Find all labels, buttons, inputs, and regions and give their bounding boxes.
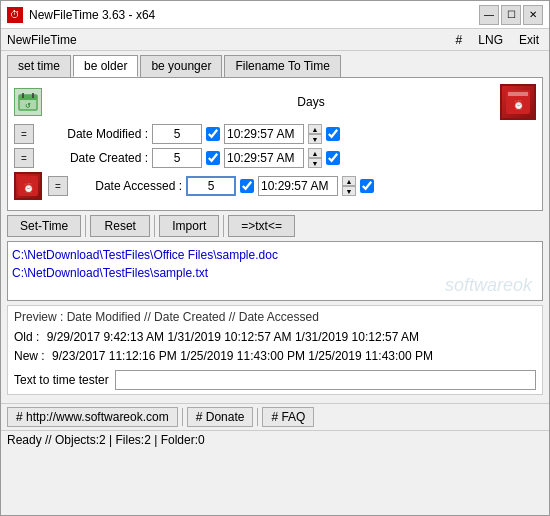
status-bar: Ready // Objects:2 | Files:2 | Folder:0 xyxy=(1,430,549,449)
window-controls: — ☐ ✕ xyxy=(479,5,543,25)
separator-1 xyxy=(85,215,86,237)
tester-row: Text to time tester xyxy=(14,370,536,390)
svg-rect-1 xyxy=(19,95,37,100)
menu-hash[interactable]: # xyxy=(452,32,467,48)
separator-3 xyxy=(223,215,224,237)
preview-new-label: New : xyxy=(14,349,45,363)
faq-button[interactable]: # FAQ xyxy=(262,407,314,427)
minimize-button[interactable]: — xyxy=(479,5,499,25)
date-modified-checkbox[interactable] xyxy=(206,127,220,141)
date-modified-time[interactable] xyxy=(224,124,304,144)
be-older-panel: ↺ Days ⏰ = Date Modified : xyxy=(8,78,542,210)
preview-area: Preview : Date Modified // Date Created … xyxy=(7,305,543,395)
preview-old-label: Old : xyxy=(14,330,39,344)
file-icon-bottom-left: ⏰ xyxy=(14,172,42,200)
status-text: Ready // Objects:2 | Files:2 | Folder:0 xyxy=(7,433,205,447)
tab-be-older[interactable]: be older xyxy=(73,55,138,77)
calendar-icon[interactable]: ↺ xyxy=(14,88,42,116)
content-panel: ↺ Days ⏰ = Date Modified : xyxy=(7,77,543,211)
days-header-label: Days xyxy=(297,95,324,109)
set-time-button[interactable]: Set-Time xyxy=(7,215,81,237)
tester-input[interactable] xyxy=(115,370,536,390)
app-icon: ⏱ xyxy=(7,7,23,23)
menu-lng[interactable]: LNG xyxy=(474,32,507,48)
tab-be-younger[interactable]: be younger xyxy=(140,55,222,77)
menu-items: # LNG Exit xyxy=(452,32,543,48)
date-modified-row: = Date Modified : ▲ ▼ xyxy=(14,124,536,144)
tab-set-time[interactable]: set time xyxy=(7,55,71,77)
date-created-eq-btn[interactable]: = xyxy=(14,148,34,168)
date-created-up[interactable]: ▲ xyxy=(308,148,322,158)
date-created-label: Date Created : xyxy=(38,151,148,165)
tab-filename-to-time[interactable]: Filename To Time xyxy=(224,55,340,77)
donate-button[interactable]: # Donate xyxy=(187,407,254,427)
date-accessed-time[interactable] xyxy=(258,176,338,196)
date-created-checkbox[interactable] xyxy=(206,151,220,165)
preview-header: Preview : Date Modified // Date Created … xyxy=(14,310,536,324)
reset-button[interactable]: Reset xyxy=(90,215,150,237)
date-created-spinner: ▲ ▼ xyxy=(308,148,322,168)
action-buttons: Set-Time Reset Import =>txt<= xyxy=(7,215,543,237)
date-modified-time-checkbox[interactable] xyxy=(326,127,340,141)
footer-sep-2 xyxy=(257,408,258,426)
date-accessed-row: ⏰ = Date Accessed : ▲ ▼ xyxy=(14,172,536,200)
date-created-time[interactable] xyxy=(224,148,304,168)
date-accessed-checkbox[interactable] xyxy=(240,179,254,193)
separator-2 xyxy=(154,215,155,237)
date-accessed-up[interactable]: ▲ xyxy=(342,176,356,186)
tab-bar: set time be older be younger Filename To… xyxy=(1,51,549,77)
date-modified-down[interactable]: ▼ xyxy=(308,134,322,144)
date-created-time-checkbox[interactable] xyxy=(326,151,340,165)
date-accessed-label: Date Accessed : xyxy=(72,179,182,193)
menu-exit[interactable]: Exit xyxy=(515,32,543,48)
file-list[interactable]: C:\NetDownload\TestFiles\Office Files\sa… xyxy=(7,241,543,301)
website-button[interactable]: # http://www.softwareok.com xyxy=(7,407,178,427)
svg-text:⏰: ⏰ xyxy=(23,182,35,194)
main-window: ⏱ NewFileTime 3.63 - x64 — ☐ ✕ NewFileTi… xyxy=(0,0,550,516)
close-button[interactable]: ✕ xyxy=(523,5,543,25)
date-accessed-time-checkbox[interactable] xyxy=(360,179,374,193)
date-accessed-eq-btn[interactable]: = xyxy=(48,176,68,196)
svg-text:⏰: ⏰ xyxy=(513,99,525,111)
window-title: NewFileTime 3.63 - x64 xyxy=(29,8,479,22)
title-bar: ⏱ NewFileTime 3.63 - x64 — ☐ ✕ xyxy=(1,1,549,29)
date-created-down[interactable]: ▼ xyxy=(308,158,322,168)
app-name-label: NewFileTime xyxy=(7,33,77,47)
menu-bar: NewFileTime # LNG Exit xyxy=(1,29,549,51)
date-modified-up[interactable]: ▲ xyxy=(308,124,322,134)
date-modified-eq-btn[interactable]: = xyxy=(14,124,34,144)
tester-label: Text to time tester xyxy=(14,373,109,387)
date-created-row: = Date Created : ▲ ▼ xyxy=(14,148,536,168)
file-icon-top-right: ⏰ xyxy=(500,84,536,120)
preview-new-row: New : 9/23/2017 11:12:16 PM 1/25/2019 11… xyxy=(14,347,536,366)
preview-new-value: 9/23/2017 11:12:16 PM 1/25/2019 11:43:00… xyxy=(52,349,433,363)
date-accessed-down[interactable]: ▼ xyxy=(342,186,356,196)
maximize-button[interactable]: ☐ xyxy=(501,5,521,25)
date-modified-days[interactable] xyxy=(152,124,202,144)
convert-button[interactable]: =>txt<= xyxy=(228,215,295,237)
footer-bar: # http://www.softwareok.com # Donate # F… xyxy=(1,403,549,430)
svg-text:↺: ↺ xyxy=(25,102,31,109)
date-accessed-days[interactable] xyxy=(186,176,236,196)
date-modified-label: Date Modified : xyxy=(38,127,148,141)
date-created-days[interactable] xyxy=(152,148,202,168)
file-item-2: C:\NetDownload\TestFiles\sample.txt xyxy=(12,264,538,282)
svg-rect-6 xyxy=(508,92,528,96)
date-accessed-spinner: ▲ ▼ xyxy=(342,176,356,196)
import-button[interactable]: Import xyxy=(159,215,219,237)
file-item-1: C:\NetDownload\TestFiles\Office Files\sa… xyxy=(12,246,538,264)
footer-sep-1 xyxy=(182,408,183,426)
preview-old-row: Old : 9/29/2017 9:42:13 AM 1/31/2019 10:… xyxy=(14,328,536,347)
date-modified-check xyxy=(206,127,220,141)
date-modified-spinner: ▲ ▼ xyxy=(308,124,322,144)
preview-old-value: 9/29/2017 9:42:13 AM 1/31/2019 10:12:57 … xyxy=(47,330,419,344)
header-row: ↺ Days ⏰ xyxy=(14,84,536,120)
